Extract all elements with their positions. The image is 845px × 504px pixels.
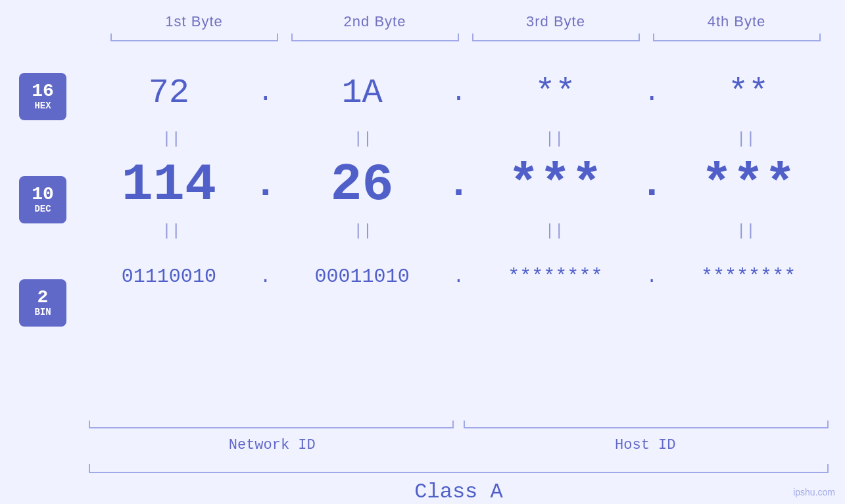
badge-dec-label: DEC — [34, 204, 51, 215]
equals-1-1: || — [85, 130, 257, 148]
badges-column: 16 HEX 10 DEC 2 BIN — [0, 60, 85, 327]
badge-dec: 10 DEC — [19, 176, 66, 223]
dec-value-2: 26 — [331, 155, 394, 215]
bin-value-4: ******** — [701, 265, 796, 288]
host-bracket — [460, 419, 832, 432]
bin-value-1: 01110010 — [122, 265, 216, 288]
bin-cell-4: ******** — [665, 265, 832, 288]
dec-dot-2: . — [446, 162, 472, 207]
byte-header-1: 1st Byte — [104, 13, 285, 30]
hex-dot-2: . — [446, 78, 472, 108]
bin-dot-1: . — [253, 267, 279, 287]
content-area: 16 HEX 10 DEC 2 BIN 72 . 1A — [0, 60, 845, 415]
bin-cell-2: 00011010 — [279, 265, 446, 288]
equals-1-2: || — [277, 130, 448, 148]
hex-value-4: ** — [728, 74, 769, 112]
hex-dot-1: . — [253, 78, 279, 108]
equals-2-3: || — [469, 222, 640, 240]
bracket-top-1 — [107, 34, 281, 47]
badge-dec-number: 10 — [32, 185, 54, 204]
badge-hex-number: 16 — [32, 82, 54, 101]
hex-row: 72 . 1A . ** . ** — [85, 60, 832, 126]
hex-cell-3: ** — [472, 74, 639, 112]
hex-cell-2: 1A — [279, 74, 446, 112]
bin-value-2: 00011010 — [315, 265, 410, 288]
full-bracket — [85, 460, 832, 473]
dec-cell-3: *** — [472, 155, 639, 215]
byte-header-4: 4th Byte — [646, 13, 827, 30]
bin-value-3: ******** — [508, 265, 602, 288]
top-brackets — [104, 34, 827, 47]
network-bracket — [85, 419, 457, 432]
bin-dot-2: . — [446, 267, 472, 287]
dec-cell-2: 26 — [279, 155, 446, 215]
equals-row-1: || || || || — [85, 126, 832, 152]
bracket-top-3 — [469, 34, 643, 47]
bin-cell-1: 01110010 — [85, 265, 253, 288]
badge-bin-number: 2 — [37, 288, 49, 307]
bracket-bottom-row — [85, 419, 832, 432]
hex-value-3: ** — [535, 74, 575, 112]
equals-2-1: || — [85, 222, 257, 240]
bracket-top-2 — [288, 34, 462, 47]
badge-bin-label: BIN — [34, 307, 51, 318]
bracket-top-4 — [650, 34, 824, 47]
dec-row: 114 . 26 . *** . *** — [85, 152, 832, 218]
network-id-label: Network ID — [85, 437, 459, 453]
hex-value-2: 1A — [341, 74, 382, 112]
bin-row: 01110010 . 00011010 . ******** . *******… — [85, 244, 832, 309]
class-section: Class A — [0, 460, 845, 504]
badge-bin: 2 BIN — [19, 279, 66, 327]
equals-1-3: || — [469, 130, 640, 148]
class-label: Class A — [85, 480, 832, 504]
dec-value-3: *** — [508, 155, 602, 215]
dec-value-1: 114 — [122, 155, 216, 215]
dec-dot-1: . — [253, 162, 279, 207]
badge-hex: 16 HEX — [19, 73, 66, 120]
equals-2-4: || — [660, 222, 832, 240]
hex-value-1: 72 — [149, 74, 189, 112]
watermark: ipshu.com — [793, 487, 835, 497]
hex-cell-1: 72 — [85, 74, 253, 112]
byte-header-2: 2nd Byte — [285, 13, 466, 30]
byte-headers: 1st Byte 2nd Byte 3rd Byte 4th Byte — [104, 13, 827, 30]
labels-row: Network ID Host ID — [85, 437, 832, 453]
equals-1-4: || — [660, 130, 832, 148]
bin-dot-3: . — [639, 267, 665, 287]
badge-hex-label: HEX — [34, 101, 51, 112]
bottom-section: Network ID Host ID — [0, 419, 845, 453]
hex-cell-4: ** — [665, 74, 832, 112]
main-container: 1st Byte 2nd Byte 3rd Byte 4th Byte 16 H… — [0, 0, 845, 504]
dec-cell-4: *** — [665, 155, 832, 215]
equals-2-2: || — [277, 222, 448, 240]
byte-header-3: 3rd Byte — [466, 13, 646, 30]
equals-row-2: || || || || — [85, 218, 832, 244]
dec-cell-1: 114 — [85, 155, 253, 215]
hex-dot-3: . — [639, 78, 665, 108]
rows-container: 72 . 1A . ** . ** || || — [85, 60, 845, 309]
host-id-label: Host ID — [459, 437, 833, 453]
dec-value-4: *** — [701, 155, 796, 215]
bin-cell-3: ******** — [472, 265, 639, 288]
dec-dot-3: . — [639, 162, 665, 207]
